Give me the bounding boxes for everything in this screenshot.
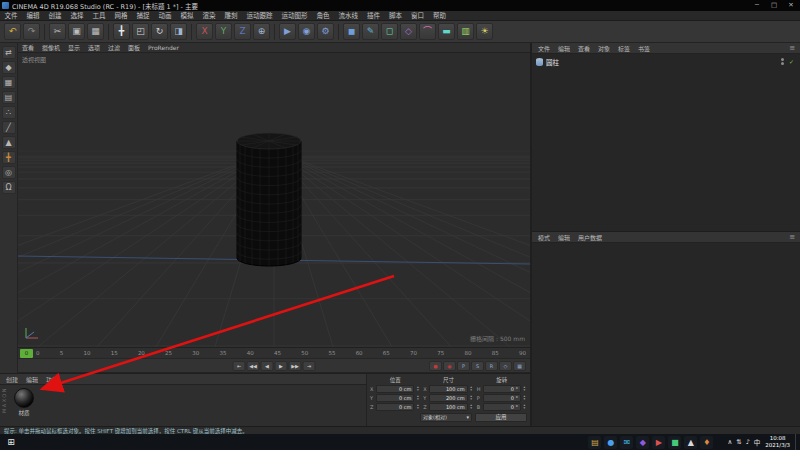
- transport-record-pla-button[interactable]: ▦: [513, 361, 526, 371]
- toolbar-copy-icon[interactable]: ▣: [68, 23, 85, 40]
- apply-button[interactable]: 应用: [475, 413, 527, 422]
- viewport-3d[interactable]: 透视视图 栅格间隔 : 500 mm: [18, 53, 530, 347]
- stepper-down-icon[interactable]: ▾: [415, 389, 420, 393]
- material-item[interactable]: 材质: [12, 388, 36, 426]
- toolbar-scale-icon[interactable]: ◰: [132, 23, 149, 40]
- material-manager-tab-1[interactable]: 编辑: [22, 374, 42, 385]
- object-manager-list[interactable]: 圆柱 ✓: [532, 54, 800, 232]
- menubar-item-5[interactable]: 网格: [110, 11, 132, 21]
- value-stepper[interactable]: ▴▾: [469, 404, 474, 411]
- attribute-manager-tab-0[interactable]: 模式: [534, 232, 554, 243]
- toolbar-add-camera-icon[interactable]: ▥: [457, 23, 474, 40]
- coordinate-value-field[interactable]: 0 cm: [376, 385, 414, 393]
- toolbar-rotate-icon[interactable]: ↻: [151, 23, 168, 40]
- menubar-item-14[interactable]: 流水线: [334, 11, 363, 21]
- coordinate-value-field[interactable]: 0 °: [483, 394, 521, 402]
- transport-play-button[interactable]: ▶: [275, 361, 288, 371]
- timeline-ruler[interactable]: 0 051015202530354045505560657075808590: [18, 347, 530, 359]
- object-manager-tab-2[interactable]: 查看: [574, 43, 594, 54]
- transport-record-position-button[interactable]: P: [457, 361, 470, 371]
- value-stepper[interactable]: ▴▾: [522, 386, 527, 393]
- object-manager-tab-3[interactable]: 对象: [594, 43, 614, 54]
- object-manager-tab-5[interactable]: 书签: [634, 43, 654, 54]
- coordinate-value-field[interactable]: 100 cm: [429, 385, 467, 393]
- render-visibility-dot-icon[interactable]: [781, 62, 784, 65]
- value-stepper[interactable]: ▴▾: [415, 404, 420, 411]
- palette-edges-mode-icon[interactable]: ╱: [2, 121, 16, 134]
- palette-enable-axis-icon[interactable]: ╋: [2, 151, 16, 164]
- toolbar-coordinate-system-icon[interactable]: ⊕: [253, 23, 270, 40]
- toolbar-undo-icon[interactable]: ↶: [4, 23, 21, 40]
- palette-enable-snap-icon[interactable]: Ω: [2, 181, 16, 194]
- viewport-menu-3[interactable]: 选项: [84, 43, 104, 53]
- palette-texture-mode-icon[interactable]: ▦: [2, 76, 16, 89]
- viewport-menu-0[interactable]: 查看: [18, 43, 38, 53]
- coordinate-value-field[interactable]: 0 cm: [376, 394, 414, 402]
- taskbar-app-7-icon[interactable]: ▲: [684, 436, 697, 449]
- palette-viewport-solo-icon[interactable]: ◎: [2, 166, 16, 179]
- menubar-item-18[interactable]: 帮助: [429, 11, 451, 21]
- menubar-item-11[interactable]: 运动跟踪: [242, 11, 277, 21]
- stepper-down-icon[interactable]: ▾: [469, 398, 474, 402]
- maximize-button[interactable]: □: [767, 0, 781, 11]
- toolbar-lock-y-axis-icon[interactable]: Y: [215, 23, 232, 40]
- value-stepper[interactable]: ▴▾: [415, 395, 420, 402]
- transport-previous-key-button[interactable]: ◀◀: [247, 361, 260, 371]
- toolbar-add-subdivision-surface-icon[interactable]: ◻: [381, 23, 398, 40]
- cylinder-object[interactable]: [237, 133, 301, 266]
- stepper-down-icon[interactable]: ▾: [469, 407, 474, 411]
- object-manager-tab-0[interactable]: 文件: [534, 43, 554, 54]
- object-name[interactable]: 圆柱: [546, 57, 778, 67]
- minimize-button[interactable]: ─: [750, 0, 764, 11]
- viewport-menu-5[interactable]: 面板: [124, 43, 144, 53]
- stepper-down-icon[interactable]: ▾: [415, 407, 420, 411]
- stepper-down-icon[interactable]: ▾: [415, 398, 420, 402]
- transport-record-keyframe-button[interactable]: ●: [429, 361, 442, 371]
- object-manager-tab-4[interactable]: 标签: [614, 43, 634, 54]
- toolbar-add-spline-icon[interactable]: ✎: [362, 23, 379, 40]
- palette-make-editable-icon[interactable]: ⇄: [2, 46, 16, 59]
- taskbar-file-explorer-icon[interactable]: ▤: [588, 436, 601, 449]
- stepper-down-icon[interactable]: ▾: [522, 389, 527, 393]
- value-stepper[interactable]: ▴▾: [469, 386, 474, 393]
- palette-model-mode-icon[interactable]: ◆: [2, 61, 16, 74]
- material-manager-tab-2[interactable]: 功能: [42, 374, 62, 385]
- menubar-item-12[interactable]: 运动图形: [277, 11, 312, 21]
- viewport-menu-2[interactable]: 显示: [64, 43, 84, 53]
- attribute-manager-tab-2[interactable]: 用户数据: [574, 232, 606, 243]
- toolbar-render-view-icon[interactable]: ▶: [279, 23, 296, 40]
- material-preview-sphere[interactable]: [14, 388, 34, 408]
- toolbar-paste-icon[interactable]: ▦: [87, 23, 104, 40]
- tray-ime-language-icon[interactable]: 中: [754, 437, 761, 447]
- transport-record-rotation-button[interactable]: R: [485, 361, 498, 371]
- transport-previous-frame-button[interactable]: ◀: [261, 361, 274, 371]
- menubar-item-10[interactable]: 雕刻: [220, 11, 242, 21]
- stepper-down-icon[interactable]: ▾: [469, 389, 474, 393]
- menubar-item-0[interactable]: 文件: [0, 11, 22, 21]
- tray-volume-icon[interactable]: ♪: [746, 438, 750, 446]
- coordinate-value-field[interactable]: 0 °: [483, 403, 521, 411]
- menubar-item-9[interactable]: 渲染: [198, 11, 220, 21]
- transport-record-parameter-button[interactable]: ◇: [499, 361, 512, 371]
- toolbar-cut-icon[interactable]: ✂: [49, 23, 66, 40]
- palette-workplane-mode-icon[interactable]: ▤: [2, 91, 16, 104]
- attribute-manager-menu-icon[interactable]: ≡: [786, 233, 798, 241]
- menubar-item-17[interactable]: 窗口: [407, 11, 429, 21]
- menubar-item-1[interactable]: 编辑: [22, 11, 44, 21]
- palette-polygons-mode-icon[interactable]: ▲: [2, 136, 16, 149]
- coordinate-value-field[interactable]: 200 cm: [429, 394, 467, 402]
- taskbar-clock[interactable]: 10:08 2021/3/3: [765, 435, 790, 449]
- notification-edge-button[interactable]: [795, 434, 800, 450]
- menubar-item-3[interactable]: 选择: [66, 11, 88, 21]
- coordinate-value-field[interactable]: 100 cm: [429, 403, 467, 411]
- menubar-item-2[interactable]: 创建: [44, 11, 66, 21]
- transport-goto-start-button[interactable]: ⇤: [233, 361, 246, 371]
- value-stepper[interactable]: ▴▾: [469, 395, 474, 402]
- palette-points-mode-icon[interactable]: ∴: [2, 106, 16, 119]
- toolbar-add-cube-icon[interactable]: ◼: [343, 23, 360, 40]
- stepper-down-icon[interactable]: ▾: [522, 398, 527, 402]
- coord-mode-dropdown[interactable]: 对象(相对) ▾: [420, 413, 472, 422]
- object-row-cylinder[interactable]: 圆柱 ✓: [532, 56, 800, 67]
- taskbar-app-5-icon[interactable]: ▶: [652, 436, 665, 449]
- coordinate-value-field[interactable]: 0 cm: [376, 403, 414, 411]
